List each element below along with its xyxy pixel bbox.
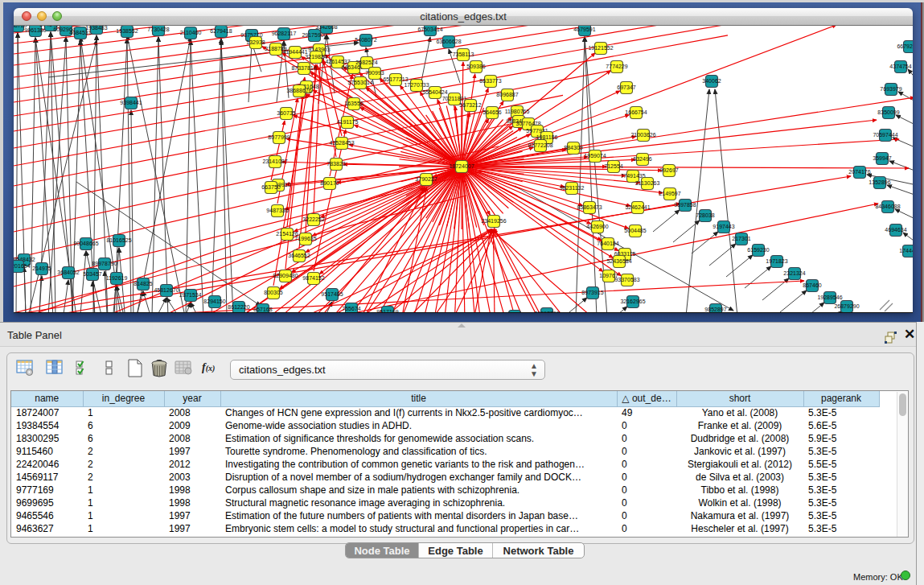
svg-text:9487336: 9487336 — [266, 208, 288, 213]
svg-text:2074176: 2074176 — [848, 169, 870, 175]
svg-text:359947: 359947 — [873, 155, 891, 161]
svg-text:2582524: 2582524 — [355, 60, 377, 65]
svg-text:90048665: 90048665 — [73, 241, 98, 246]
svg-text:163556: 163556 — [344, 101, 363, 106]
svg-text:43528453: 43528453 — [329, 140, 354, 146]
svg-text:87337818: 87337818 — [291, 65, 316, 71]
svg-text:728038: 728038 — [696, 212, 714, 218]
svg-text:783823: 783823 — [326, 161, 345, 167]
svg-text:867460: 867460 — [803, 282, 821, 288]
svg-text:9874152: 9874152 — [302, 275, 324, 281]
svg-text:6279418: 6279418 — [210, 28, 232, 34]
svg-text:4694634: 4694634 — [885, 227, 906, 233]
svg-text:1192619: 1192619 — [106, 275, 128, 281]
svg-text:84346088: 84346088 — [875, 204, 900, 209]
svg-text:85863473: 85863473 — [577, 204, 602, 210]
svg-text:22201654: 22201654 — [14, 263, 31, 269]
svg-text:1938483: 1938483 — [85, 26, 107, 31]
svg-text:4374754: 4374754 — [889, 64, 911, 69]
svg-text:503457: 503457 — [83, 271, 101, 277]
svg-text:23419256: 23419256 — [481, 218, 506, 224]
svg-text:632496: 632496 — [633, 156, 651, 162]
svg-text:800305: 800305 — [264, 290, 282, 295]
svg-text:509386: 509386 — [466, 64, 485, 69]
svg-text:57553014: 57553014 — [347, 80, 372, 85]
svg-text:663750: 663750 — [261, 184, 280, 190]
svg-text:11980765: 11980765 — [505, 109, 530, 114]
svg-text:82909480: 82909480 — [273, 273, 298, 278]
svg-text:2149597: 2149597 — [659, 191, 680, 196]
svg-text:70597444: 70597444 — [873, 132, 897, 138]
svg-text:9897858: 9897858 — [674, 202, 696, 208]
svg-text:4426900: 4426900 — [586, 224, 608, 229]
svg-text:132938: 132938 — [246, 39, 265, 45]
svg-text:8096887: 8096887 — [496, 92, 518, 97]
svg-text:8973915: 8973915 — [581, 290, 603, 295]
svg-text:1666754: 1666754 — [625, 109, 647, 115]
svg-text:18724007: 18724007 — [449, 163, 474, 169]
svg-text:8612220: 8612220 — [228, 304, 249, 310]
svg-text:340062: 340062 — [702, 78, 721, 84]
svg-text:4684531: 4684531 — [69, 30, 91, 35]
svg-text:1538552: 1538552 — [116, 28, 138, 34]
svg-text:93370583: 93370583 — [614, 277, 639, 282]
svg-text:9398441: 9398441 — [120, 100, 142, 105]
svg-text:19289546: 19289546 — [817, 295, 842, 300]
svg-text:32162965: 32162965 — [620, 299, 645, 304]
svg-text:8633773: 8633773 — [479, 78, 501, 84]
svg-text:7693979: 7693979 — [880, 86, 901, 92]
svg-text:82772208: 82772208 — [528, 142, 552, 148]
svg-text:96282117: 96282117 — [272, 31, 297, 36]
svg-text:790993: 790993 — [365, 70, 384, 76]
svg-text:67503414: 67503414 — [417, 27, 442, 32]
svg-text:8077999: 8077999 — [268, 134, 290, 140]
svg-text:21003626: 21003626 — [630, 132, 655, 138]
svg-text:42614537: 42614537 — [325, 59, 350, 64]
svg-text:31130263: 31130263 — [635, 180, 660, 186]
svg-text:214975: 214975 — [32, 266, 51, 271]
svg-text:5004485: 5004485 — [624, 228, 646, 233]
svg-text:7774229: 7774229 — [606, 64, 627, 69]
svg-text:55540424: 55540424 — [422, 89, 447, 95]
svg-text:7358113: 7358113 — [453, 51, 474, 57]
svg-text:9852897: 9852897 — [704, 307, 726, 312]
svg-text:2321324: 2321324 — [783, 270, 805, 276]
svg-text:992697: 992697 — [659, 167, 678, 173]
svg-text:1352896: 1352896 — [869, 179, 890, 185]
svg-text:36697396: 36697396 — [534, 311, 559, 313]
svg-text:3646552: 3646552 — [288, 253, 310, 258]
svg-text:3684052: 3684052 — [57, 270, 79, 275]
svg-text:217301: 217301 — [732, 236, 750, 241]
svg-text:38688676: 38688676 — [286, 88, 311, 93]
svg-text:3342608: 3342608 — [315, 26, 337, 30]
svg-text:174441: 174441 — [899, 248, 913, 253]
svg-text:8350099: 8350099 — [877, 109, 899, 115]
svg-text:66792612: 66792612 — [897, 43, 913, 49]
svg-text:52436584: 52436584 — [606, 258, 631, 264]
svg-text:814825: 814825 — [133, 281, 152, 286]
svg-text:17270733: 17270733 — [404, 82, 429, 88]
svg-text:9961380: 9961380 — [24, 27, 46, 33]
svg-text:564656: 564656 — [483, 109, 501, 115]
svg-text:360735: 360735 — [277, 110, 295, 116]
svg-text:7199635: 7199635 — [294, 236, 316, 241]
svg-text:890170: 890170 — [320, 180, 339, 186]
svg-text:9517169: 9517169 — [376, 309, 398, 313]
svg-text:5673212: 5673212 — [459, 102, 481, 108]
svg-text:3219824: 3219824 — [305, 54, 326, 60]
svg-text:857168: 857168 — [253, 307, 272, 312]
svg-text:755674: 755674 — [342, 306, 360, 311]
svg-text:26879290: 26879290 — [834, 303, 859, 309]
svg-text:712554: 712554 — [604, 163, 622, 169]
svg-text:45812670: 45812670 — [154, 287, 179, 293]
svg-text:1971823: 1971823 — [766, 258, 787, 264]
svg-text:697347: 697347 — [617, 84, 635, 90]
svg-text:65177213: 65177213 — [383, 76, 408, 82]
svg-text:9517485: 9517485 — [321, 291, 343, 297]
svg-text:2110460: 2110460 — [180, 30, 202, 35]
svg-text:7730428: 7730428 — [147, 27, 169, 32]
svg-text:7640184: 7640184 — [597, 241, 618, 246]
svg-text:6159230: 6159230 — [747, 247, 769, 253]
svg-text:3222252: 3222252 — [302, 216, 324, 222]
svg-text:19121552: 19121552 — [588, 45, 613, 51]
